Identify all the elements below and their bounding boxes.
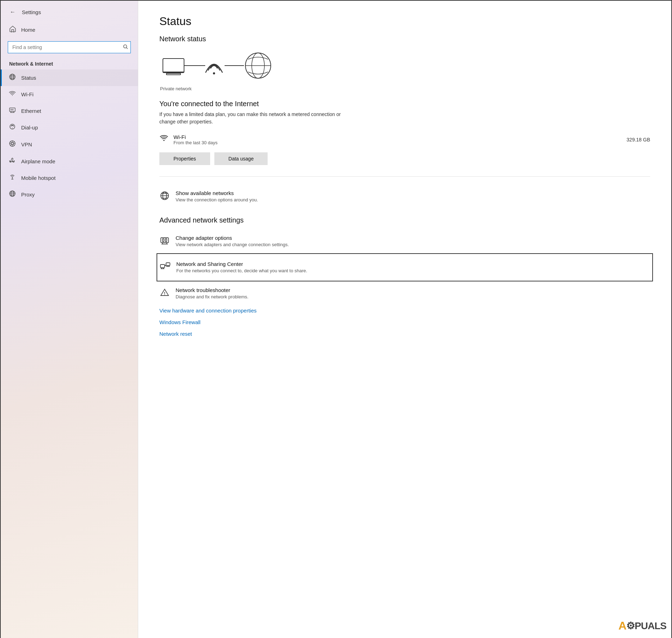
svg-line-24: [13, 144, 14, 145]
troubleshooter-text: Network troubleshooter Diagnose and fix …: [176, 287, 249, 299]
ethernet-icon: [8, 107, 16, 115]
svg-point-16: [12, 128, 13, 128]
sidebar-item-status[interactable]: Status: [1, 69, 138, 86]
sidebar-item-vpn-label: VPN: [21, 141, 32, 147]
adapter-desc: View network adapters and change connect…: [176, 242, 289, 247]
svg-point-27: [12, 177, 13, 178]
sidebar-item-ethernet[interactable]: Ethernet: [1, 103, 138, 119]
home-label: Home: [21, 27, 35, 33]
sharing-center-icon: [160, 262, 171, 274]
svg-line-1: [127, 48, 128, 49]
troubleshooter-name: Network troubleshooter: [176, 287, 249, 293]
divider: [159, 176, 650, 177]
sidebar-item-wifi-label: Wi-Fi: [21, 91, 33, 97]
airplane-icon: [8, 157, 16, 166]
search-button[interactable]: [123, 44, 128, 50]
svg-point-66: [164, 294, 165, 295]
svg-rect-54: [160, 265, 165, 268]
show-networks-name: Show available networks: [176, 190, 258, 196]
svg-rect-35: [163, 59, 184, 73]
svg-line-25: [13, 142, 14, 143]
network-label: Private network: [159, 86, 650, 91]
globe-icon: [8, 73, 16, 82]
wifi-info-row: Wi-Fi From the last 30 days 329.18 GB: [159, 133, 650, 147]
sidebar-item-dialup-label: Dial-up: [21, 124, 38, 130]
wifi-name: Wi-Fi: [173, 134, 622, 140]
troubleshooter-desc: Diagnose and fix network problems.: [176, 294, 249, 299]
svg-line-26: [11, 144, 12, 145]
show-networks-text: Show available networks View the connect…: [176, 190, 258, 202]
wifi-status-icon: [159, 135, 169, 145]
wifi-data: 329.18 GB: [627, 137, 650, 142]
page-title: Status: [159, 15, 650, 28]
svg-rect-52: [163, 239, 164, 242]
sidebar-item-wifi[interactable]: Wi-Fi: [1, 86, 138, 103]
wifi-icon: [8, 90, 16, 99]
search-input[interactable]: [8, 41, 131, 53]
sidebar: ← Settings Home Network & Internet: [1, 1, 138, 638]
show-networks-item[interactable]: Show available networks View the connect…: [159, 185, 650, 208]
sidebar-item-proxy[interactable]: Proxy: [1, 186, 138, 203]
show-networks-desc: View the connection options around you.: [176, 197, 258, 202]
action-buttons: Properties Data usage: [159, 152, 650, 165]
wifi-info-text: Wi-Fi From the last 30 days: [173, 134, 622, 145]
adapter-name: Change adapter options: [176, 235, 289, 241]
hotspot-icon: [8, 174, 16, 182]
sidebar-item-ethernet-label: Ethernet: [21, 108, 41, 114]
sidebar-item-dialup[interactable]: Dial-up: [1, 119, 138, 136]
svg-line-63: [165, 265, 165, 266]
svg-point-44: [163, 140, 165, 141]
sidebar-item-vpn[interactable]: VPN: [1, 136, 138, 153]
svg-rect-58: [166, 263, 170, 266]
vpn-icon: [8, 140, 16, 149]
svg-point-39: [213, 72, 215, 74]
sidebar-item-hotspot-label: Mobile hotspot: [21, 175, 56, 181]
sidebar-item-proxy-label: Proxy: [21, 192, 35, 198]
svg-point-0: [124, 45, 127, 48]
home-nav-item[interactable]: Home: [1, 21, 138, 38]
sidebar-item-hotspot[interactable]: Mobile hotspot: [1, 170, 138, 186]
connected-title: You're connected to the Internet: [159, 100, 650, 108]
adapter-options-item[interactable]: Change adapter options View network adap…: [159, 230, 650, 253]
network-diagram: [159, 51, 650, 83]
main-content: Status Network status Private network: [138, 1, 671, 638]
data-usage-button[interactable]: Data usage: [214, 152, 268, 165]
troubleshooter-icon: [159, 288, 170, 300]
svg-point-7: [12, 95, 13, 96]
wifi-sub: From the last 30 days: [173, 140, 622, 145]
dialup-icon: [8, 123, 16, 132]
sharing-center-highlight: Network and Sharing Center For the netwo…: [157, 253, 653, 281]
sidebar-item-airplane[interactable]: Airplane mode: [1, 153, 138, 170]
svg-rect-48: [161, 238, 169, 243]
search-box: [8, 41, 131, 53]
adapter-icon: [159, 236, 170, 248]
sharing-center-desc: For the networks you connect to, decide …: [176, 268, 307, 273]
svg-line-23: [11, 142, 12, 143]
section-label: Network & Internet: [1, 59, 138, 69]
svg-rect-37: [166, 73, 181, 75]
svg-rect-53: [165, 239, 167, 242]
sidebar-item-airplane-label: Airplane mode: [21, 158, 55, 164]
sharing-center-text: Network and Sharing Center For the netwo…: [176, 261, 307, 273]
home-icon: [9, 25, 16, 34]
troubleshooter-item[interactable]: Network troubleshooter Diagnose and fix …: [159, 282, 650, 305]
network-status-title: Network status: [159, 35, 650, 43]
network-reset-link[interactable]: Network reset: [159, 328, 650, 340]
sidebar-item-status-label: Status: [21, 75, 36, 81]
adapter-text: Change adapter options View network adap…: [176, 235, 289, 247]
back-button[interactable]: ←: [8, 7, 18, 17]
sharing-center-name: Network and Sharing Center: [176, 261, 307, 267]
connected-desc: If you have a limited data plan, you can…: [159, 111, 357, 126]
proxy-icon: [8, 190, 16, 199]
show-networks-icon: [159, 191, 170, 203]
sharing-center-item[interactable]: Network and Sharing Center For the netwo…: [160, 256, 649, 279]
hardware-properties-link[interactable]: View hardware and connection properties: [159, 305, 650, 316]
properties-button[interactable]: Properties: [159, 152, 210, 165]
windows-firewall-link[interactable]: Windows Firewall: [159, 316, 650, 328]
svg-rect-8: [10, 108, 15, 111]
sidebar-title: Settings: [22, 9, 41, 15]
svg-line-64: [165, 266, 166, 266]
advanced-title: Advanced network settings: [159, 216, 650, 224]
sidebar-header: ← Settings: [1, 1, 138, 21]
